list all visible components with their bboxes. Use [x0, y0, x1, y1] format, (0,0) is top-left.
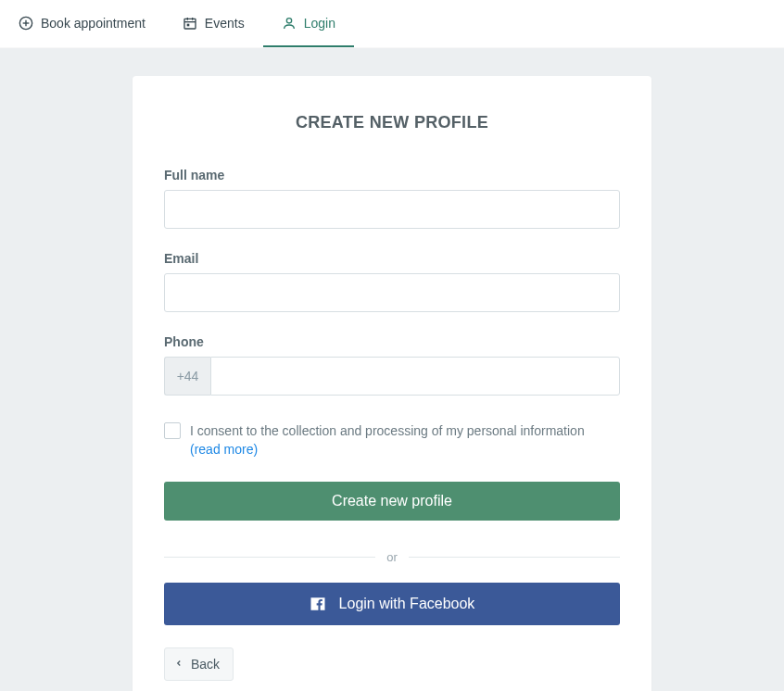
plus-circle-icon [19, 16, 33, 31]
tab-events[interactable]: Events [164, 0, 263, 47]
button-label: Login with Facebook [339, 596, 475, 612]
divider: or [164, 550, 620, 564]
button-label: Create new profile [332, 493, 452, 509]
divider-line [164, 557, 375, 558]
consent-checkbox[interactable] [164, 422, 181, 439]
create-profile-button[interactable]: Create new profile [164, 482, 620, 521]
divider-text: or [386, 550, 398, 564]
svg-point-8 [286, 18, 291, 22]
email-input[interactable] [164, 273, 620, 312]
tab-label: Login [304, 16, 335, 31]
divider-line [409, 557, 620, 558]
person-icon [282, 16, 297, 31]
facebook-icon [310, 596, 326, 612]
phone-prefix[interactable]: +44 [164, 357, 210, 396]
calendar-icon [183, 16, 197, 31]
card-title: CREATE NEW PROFILE [164, 113, 620, 132]
consent-row: I consent to the collection and processi… [164, 421, 620, 459]
chevron-left-icon [174, 657, 183, 672]
back-button[interactable]: Back [164, 647, 234, 681]
login-facebook-button[interactable]: Login with Facebook [164, 583, 620, 625]
tab-label: Book appointment [41, 16, 145, 31]
email-group: Email [164, 251, 620, 312]
consent-text: I consent to the collection and processi… [190, 423, 585, 438]
phone-group: Phone +44 [164, 334, 620, 396]
consent-read-more-link[interactable]: (read more) [190, 440, 258, 459]
tabs-bar: Book appointment Events Login [0, 0, 784, 48]
phone-input[interactable] [210, 357, 620, 396]
phone-label: Phone [164, 334, 620, 349]
tab-label: Events [205, 16, 245, 31]
consent-text-wrap: I consent to the collection and processi… [190, 421, 585, 459]
tab-book-appointment[interactable]: Book appointment [0, 0, 164, 47]
email-label: Email [164, 251, 620, 266]
svg-rect-7 [187, 23, 190, 26]
fullname-group: Full name [164, 168, 620, 229]
svg-rect-3 [184, 19, 196, 29]
tab-login[interactable]: Login [263, 0, 354, 47]
fullname-input[interactable] [164, 190, 620, 229]
fullname-label: Full name [164, 168, 620, 182]
button-label: Back [191, 657, 220, 672]
create-profile-card: CREATE NEW PROFILE Full name Email Phone… [133, 76, 651, 691]
